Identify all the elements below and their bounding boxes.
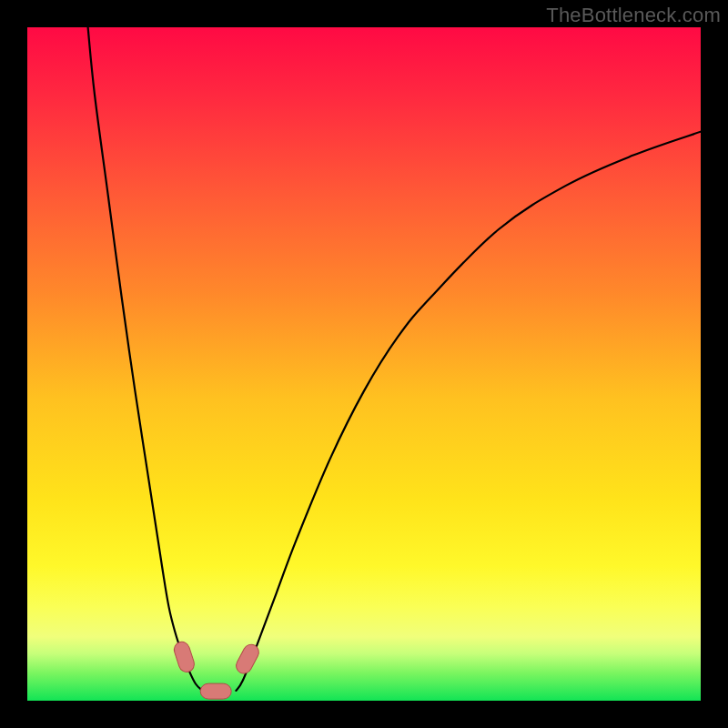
- plot-area: [27, 27, 701, 701]
- chart-frame: TheBottleneck.com: [0, 0, 728, 728]
- svg-rect-2: [200, 683, 231, 699]
- watermark-text: TheBottleneck.com: [546, 4, 721, 27]
- marker-pill-bottom: [200, 683, 231, 699]
- plot-svg: [27, 27, 701, 701]
- gradient-background: [27, 27, 701, 701]
